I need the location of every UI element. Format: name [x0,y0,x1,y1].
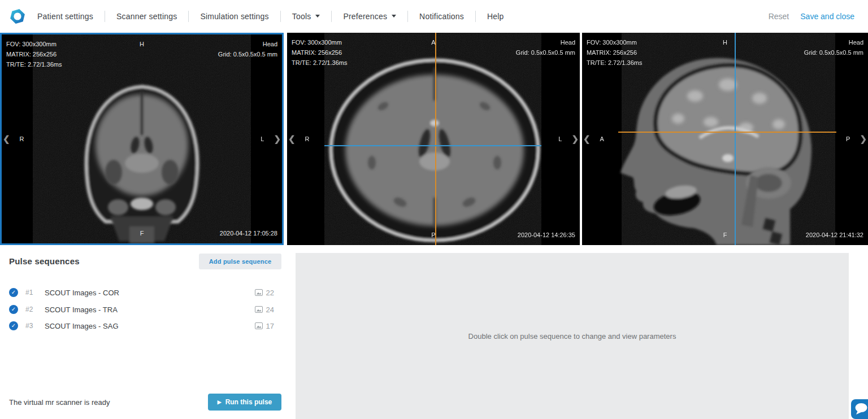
chat-button[interactable] [851,399,868,419]
check-circle-icon[interactable]: ✓ [9,321,18,330]
save-and-close-button[interactable]: Save and close [800,12,854,21]
chevron-down-icon [315,15,320,20]
image-count: 17 [266,322,274,330]
viewport-sagittal[interactable]: FOV: 300x300mm MATRIX: 256x256 TR/TE: 2.… [582,33,868,245]
region-grid-overlay: Head Grid: 0.5x0.5x0.5 mm [804,37,863,58]
region-label: Head [516,37,575,47]
nav-scanner-settings[interactable]: Scanner settings [105,12,188,21]
chat-bubble-icon [851,399,868,419]
chevron-left-icon[interactable]: ❮ [583,134,591,144]
image-count-icon [255,322,263,329]
left-edge-controls: ❮ R [3,134,24,144]
nav-notifications[interactable]: Notifications [408,12,475,21]
chevron-left-icon[interactable]: ❮ [288,134,296,144]
main-menu: Patient settings Scanner settings Simula… [26,0,515,33]
nav-preferences-label: Preferences [343,12,387,21]
chevron-down-icon [392,15,396,20]
play-icon: ▶ [218,400,222,405]
mr-simulator-app: Patient settings Scanner settings Simula… [0,0,868,419]
nav-help[interactable]: Help [476,12,515,21]
grid-value: Grid: 0.5x0.5x0.5 mm [516,47,575,58]
scan-timestamp: 2020-04-12 21:41:32 [806,230,863,240]
left-edge-controls: ❮ A [583,134,604,144]
pulse-sequence-row[interactable]: ✓ #2 SCOUT Images - TRA 24 [9,301,274,318]
region-grid-overlay: Head Grid: 0.5x0.5x0.5 mm [516,37,575,58]
crosshair-horizontal-orange[interactable] [618,132,836,133]
chevron-right-icon[interactable]: ❯ [274,134,281,144]
sequence-name: SCOUT Images - SAG [45,322,119,330]
nav-patient-settings[interactable]: Patient settings [26,12,105,21]
viewport-axial[interactable]: FOV: 300x300mm MATRIX: 256x256 TR/TE: 2.… [287,33,580,245]
image-count: 24 [266,305,274,314]
matrix-value: MATRIX: 256x256 [587,47,642,58]
top-navbar: Patient settings Scanner settings Simula… [0,0,868,33]
image-count-icon [255,306,263,313]
grid-value: Grid: 0.5x0.5x0.5 mm [218,49,277,59]
viewport-coronal[interactable]: FOV: 300x300mm MATRIX: 256x256 TR/TE: 2.… [0,33,284,245]
scan-timestamp: 2020-04-12 17:05:28 [220,228,277,238]
chevron-right-icon[interactable]: ❯ [571,134,579,144]
check-circle-icon[interactable]: ✓ [9,305,18,314]
sequence-number: #2 [25,305,40,313]
trte-value: TR/TE: 2.72/1.36ms [587,58,642,68]
matrix-value: MATRIX: 256x256 [6,49,62,59]
nav-tools-label: Tools [292,12,311,21]
check-circle-icon[interactable]: ✓ [9,288,18,297]
nav-tools[interactable]: Tools [281,12,332,21]
region-label: Head [218,39,277,49]
scanner-status-text: The virtual mr scanner is ready [9,398,110,407]
region-grid-overlay: Head Grid: 0.5x0.5x0.5 mm [218,39,277,59]
bottom-area: Pulse sequences Add pulse sequence ✓ #1 … [0,245,868,419]
app-logo-icon[interactable] [9,8,26,25]
right-edge-controls: P ❯ [846,134,867,144]
crosshair-vertical-orange[interactable] [435,33,436,245]
add-pulse-sequence-button[interactable]: Add pulse sequence [199,254,281,269]
orientation-right-label: P [846,134,850,144]
viewport-row: FOV: 300x300mm MATRIX: 256x256 TR/TE: 2.… [0,33,868,245]
parameters-panel: Double click on pulse sequence to change… [296,253,849,419]
orientation-left-label: R [305,134,310,144]
pulse-sequence-row[interactable]: ✓ #1 SCOUT Images - COR 22 [9,284,274,301]
image-count: 22 [266,289,274,297]
nav-simulation-settings[interactable]: Simulation settings [189,12,280,21]
grid-value: Grid: 0.5x0.5x0.5 mm [804,47,863,58]
crosshair-horizontal-blue[interactable] [324,145,541,146]
sequence-name: SCOUT Images - TRA [45,305,118,314]
right-edge-controls: L ❯ [261,134,281,144]
orientation-left-label: R [20,134,24,144]
sequence-number: #3 [25,322,40,330]
sequence-number: #1 [25,289,40,296]
run-button-label: Run this pulse [225,398,272,406]
orientation-right-label: L [261,134,264,144]
matrix-value: MATRIX: 256x256 [292,47,347,58]
scan-timestamp: 2020-04-12 14:26:35 [518,230,575,240]
run-this-pulse-button[interactable]: ▶ Run this pulse [208,394,281,411]
navbar-actions: Reset Save and close [769,12,854,21]
region-label: Head [804,37,863,47]
trte-value: TR/TE: 2.72/1.36ms [6,59,62,69]
image-count-icon [255,289,263,296]
right-edge-controls: L ❯ [558,134,579,144]
reset-button[interactable]: Reset [769,12,789,21]
chevron-right-icon[interactable]: ❯ [860,134,867,144]
parameters-hint-text: Double click on pulse sequence to change… [468,332,676,341]
orientation-left-label: A [600,134,604,144]
left-edge-controls: ❮ R [288,134,310,144]
pulse-sequences-title: Pulse sequences [9,256,80,266]
pulse-sequence-row[interactable]: ✓ #3 SCOUT Images - SAG 17 [9,317,274,334]
nav-preferences[interactable]: Preferences [332,12,407,21]
crosshair-vertical-blue[interactable] [735,33,736,245]
sequence-name: SCOUT Images - COR [45,289,119,297]
trte-value: TR/TE: 2.72/1.36ms [292,58,347,68]
chevron-left-icon[interactable]: ❮ [3,134,10,144]
orientation-right-label: L [558,134,562,144]
